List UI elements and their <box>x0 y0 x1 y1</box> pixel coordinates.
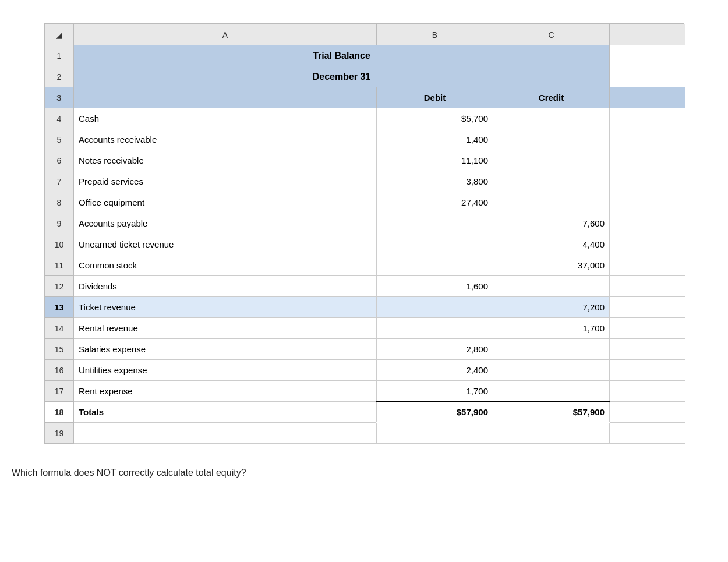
credit-header: Credit <box>493 87 610 108</box>
credit-value: 37,000 <box>493 255 610 276</box>
totals-label: Totals <box>74 402 377 423</box>
row-number: 16 <box>45 360 74 381</box>
account-name: Rent expense <box>74 381 377 402</box>
debit-value: 11,100 <box>377 150 493 171</box>
debit-value: 1,600 <box>377 276 493 297</box>
credit-value <box>493 381 610 402</box>
empty-cell <box>610 87 685 108</box>
question-text: Which formula does NOT correctly calcula… <box>12 462 716 484</box>
empty-cell <box>610 276 685 297</box>
account-name: Prepaid services <box>74 171 377 192</box>
table-row: 4 Cash $5,700 <box>45 108 685 129</box>
column-header-row: ◢ A B C <box>45 24 685 45</box>
table-row: 9 Accounts payable 7,600 <box>45 213 685 234</box>
corner-cell: ◢ <box>45 24 74 45</box>
col-header-b: B <box>377 24 493 45</box>
account-name: Unearned ticket revenue <box>74 234 377 255</box>
row-number: 11 <box>45 255 74 276</box>
empty-cell <box>610 318 685 339</box>
row-number: 10 <box>45 234 74 255</box>
debit-value: 2,800 <box>377 339 493 360</box>
row-number: 15 <box>45 339 74 360</box>
account-name: Accounts receivable <box>74 129 377 150</box>
credit-value: 7,600 <box>493 213 610 234</box>
col-header-a: A <box>74 24 377 45</box>
spreadsheet: ◢ A B C 1 Trial Balance 2 December 31 <box>44 23 684 444</box>
row-number: 4 <box>45 108 74 129</box>
totals-row: 18 Totals $57,900 $57,900 <box>45 402 685 423</box>
account-name: Ticket revenue <box>74 297 377 318</box>
row-number: 19 <box>45 423 74 444</box>
account-name: Notes receivable <box>74 150 377 171</box>
row-number: 9 <box>45 213 74 234</box>
empty-cell <box>610 234 685 255</box>
credit-value: 7,200 <box>493 297 610 318</box>
row-number: 2 <box>45 66 74 87</box>
table-row: 16 Untilities expense 2,400 <box>45 360 685 381</box>
debit-value <box>377 234 493 255</box>
account-name: Salaries expense <box>74 339 377 360</box>
account-name: Untilities expense <box>74 360 377 381</box>
empty-cell <box>610 213 685 234</box>
table-row: 14 Rental revenue 1,700 <box>45 318 685 339</box>
table-row: 10 Unearned ticket revenue 4,400 <box>45 234 685 255</box>
row-number: 6 <box>45 150 74 171</box>
debit-value: 27,400 <box>377 192 493 213</box>
debit-value: 1,400 <box>377 129 493 150</box>
empty-cell <box>610 150 685 171</box>
empty-cell <box>377 423 493 444</box>
credit-value: 1,700 <box>493 318 610 339</box>
row-number: 5 <box>45 129 74 150</box>
row-number: 17 <box>45 381 74 402</box>
debit-value: $5,700 <box>377 108 493 129</box>
table-row: 5 Accounts receivable 1,400 <box>45 129 685 150</box>
account-name: Office equipment <box>74 192 377 213</box>
empty-cell <box>74 423 377 444</box>
debit-value <box>377 213 493 234</box>
table-row: 6 Notes receivable 11,100 <box>45 150 685 171</box>
empty-cell <box>610 339 685 360</box>
debit-value <box>377 297 493 318</box>
empty-cell <box>610 423 685 444</box>
credit-value <box>493 129 610 150</box>
subtitle-cell: December 31 <box>74 66 610 87</box>
empty-cell <box>610 402 685 423</box>
table-row: 1 Trial Balance <box>45 45 685 66</box>
row-number: 12 <box>45 276 74 297</box>
empty-cell <box>610 192 685 213</box>
empty-cell <box>610 129 685 150</box>
row3-a <box>74 87 377 108</box>
account-name: Dividends <box>74 276 377 297</box>
table-row: 7 Prepaid services 3,800 <box>45 171 685 192</box>
credit-value: 4,400 <box>493 234 610 255</box>
empty-cell <box>610 108 685 129</box>
row-number: 13 <box>45 297 74 318</box>
credit-value <box>493 339 610 360</box>
debit-header: Debit <box>377 87 493 108</box>
debit-value <box>377 255 493 276</box>
credit-value <box>493 276 610 297</box>
credit-value <box>493 192 610 213</box>
credit-value <box>493 150 610 171</box>
title-cell: Trial Balance <box>74 45 610 66</box>
credit-value <box>493 360 610 381</box>
account-name: Accounts payable <box>74 213 377 234</box>
row-number: 14 <box>45 318 74 339</box>
account-name: Rental revenue <box>74 318 377 339</box>
credit-value <box>493 171 610 192</box>
account-name: Cash <box>74 108 377 129</box>
table-row: 8 Office equipment 27,400 <box>45 192 685 213</box>
empty-cell <box>610 255 685 276</box>
col-header-d <box>610 24 685 45</box>
empty-cell <box>610 360 685 381</box>
col-header-c: C <box>493 24 610 45</box>
debit-value: 3,800 <box>377 171 493 192</box>
table-row: 2 December 31 <box>45 66 685 87</box>
debit-value: 1,700 <box>377 381 493 402</box>
row-number: 8 <box>45 192 74 213</box>
table-row: 17 Rent expense 1,700 <box>45 381 685 402</box>
empty-cell <box>610 45 685 66</box>
table-row: 13 Ticket revenue 7,200 <box>45 297 685 318</box>
table-row: 15 Salaries expense 2,800 <box>45 339 685 360</box>
row-number: 3 <box>45 87 74 108</box>
